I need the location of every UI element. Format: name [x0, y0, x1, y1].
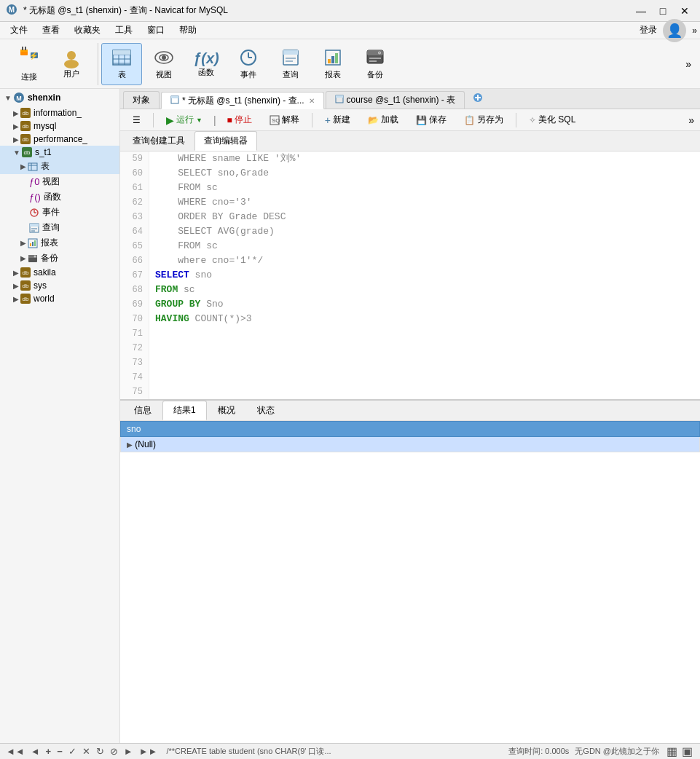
sidebar-db-performance[interactable]: ▶ db performance_	[0, 133, 119, 146]
view-button[interactable]: 视图	[143, 43, 184, 85]
sidebar-item-table[interactable]: ▶ 表	[0, 159, 119, 174]
menu-tools[interactable]: 工具	[108, 23, 140, 38]
run-dropdown-icon: ▼	[196, 117, 202, 124]
results-tab-info[interactable]: 信息	[123, 401, 162, 420]
table-row[interactable]: ▶ (Null)	[121, 437, 700, 452]
nav-next-button[interactable]: ►	[124, 746, 133, 757]
sidebar-db-mysql[interactable]: ▶ db mysql	[0, 119, 119, 133]
connect-icon: ⚡	[19, 45, 39, 70]
menu-favorites[interactable]: 收藏夹	[67, 23, 108, 38]
more-icon[interactable]: »	[692, 25, 697, 36]
code-line-62: 62 WHERE cno='3'	[120, 195, 700, 210]
close-button[interactable]: ✕	[675, 4, 694, 18]
menu-file[interactable]: 文件	[3, 23, 35, 38]
menu-icon-button[interactable]: ☰	[126, 112, 147, 128]
beautify-button[interactable]: ✧ 美化 SQL	[522, 111, 582, 129]
connect-button[interactable]: ⚡ 连接	[9, 43, 50, 85]
maximize-button[interactable]: □	[653, 4, 672, 18]
separator-dot: |	[213, 114, 216, 126]
nav-prev-button[interactable]: ◄	[31, 746, 40, 757]
function-button[interactable]: ƒ(x) 函数	[186, 43, 227, 85]
view-toggle: ▦ ▣	[665, 744, 694, 758]
code-content-62: WHERE cno='3'	[149, 195, 252, 210]
results-tab-result1-label: 结果1	[173, 405, 196, 415]
save-as-button[interactable]: 📋 另存为	[457, 111, 510, 129]
delete-record-button[interactable]: −	[57, 746, 63, 757]
add-record-button[interactable]: +	[46, 746, 52, 757]
sidebar-connection-shenxin[interactable]: ▼ M shenxin	[0, 89, 119, 106]
sidebar-db-sys[interactable]: ▶ db sys	[0, 279, 119, 292]
line-num-67: 67	[120, 268, 149, 283]
table-button[interactable]: 表	[101, 43, 142, 85]
sub-tab-builder-label: 查询创建工具	[133, 135, 185, 146]
grid-view-button[interactable]: ▦	[665, 744, 679, 758]
cancel-edit-button[interactable]: ✕	[82, 746, 90, 757]
results-tab-result1[interactable]: 结果1	[162, 401, 207, 420]
nav-first-button[interactable]: ◄◄	[6, 746, 25, 757]
menu-help[interactable]: 帮助	[172, 23, 204, 38]
new-tab-button[interactable]	[469, 89, 487, 109]
run-button[interactable]: ▶ 运行 ▼	[160, 111, 209, 129]
menu-view[interactable]: 查看	[35, 23, 67, 38]
connection-name: shenxin	[28, 93, 60, 103]
results-tab-overview[interactable]: 概况	[207, 401, 246, 420]
tab-query[interactable]: * 无标题 @s_t1 (shenxin) - 查... ✕	[161, 92, 324, 109]
code-content-65: FROM sc	[149, 239, 218, 253]
sidebar-item-view[interactable]: ƒ0 视图	[0, 174, 119, 189]
tab-objects[interactable]: 对象	[123, 91, 160, 109]
explain-button[interactable]: SQL 解释	[263, 111, 306, 129]
results-tab-status[interactable]: 状态	[246, 401, 286, 420]
svg-rect-57	[171, 96, 178, 98]
code-content-64: SELECT AVG(grade)	[149, 224, 275, 239]
sidebar-db-world[interactable]: ▶ db world	[0, 292, 119, 305]
confirm-edit-button[interactable]: ✓	[68, 746, 76, 757]
sidebar-db-sakila[interactable]: ▶ db sakila	[0, 266, 119, 279]
filter-button[interactable]: ⊘	[110, 746, 118, 757]
report-button[interactable]: 报表	[312, 43, 353, 85]
query-button[interactable]: 查询	[270, 43, 311, 85]
backup-button[interactable]: 备份	[355, 43, 396, 85]
sidebar-item-backup[interactable]: ▶ 备份	[0, 251, 119, 266]
svg-rect-4	[22, 47, 23, 50]
sidebar-db-s-t1[interactable]: ▼ db s_t1	[0, 146, 119, 159]
user-avatar[interactable]: 👤	[663, 19, 686, 42]
col-sno[interactable]: sno	[121, 422, 700, 437]
user-button[interactable]: 用户	[51, 43, 92, 85]
sub-tab-editor-label: 查询编辑器	[204, 135, 248, 146]
sidebar-item-event[interactable]: 事件	[0, 205, 119, 220]
code-content-61: FROM sc	[149, 181, 218, 195]
menu-window[interactable]: 窗口	[140, 23, 172, 38]
save-as-label: 另存为	[477, 114, 503, 126]
new-query-button[interactable]: + 新建	[318, 111, 357, 129]
table-label: 表	[118, 69, 126, 80]
sidebar-item-query[interactable]: 查询	[0, 220, 119, 235]
app-icon: M	[6, 4, 17, 17]
nav-last-button[interactable]: ►►	[139, 746, 158, 757]
sidebar-item-function[interactable]: ƒ() 函数	[0, 189, 119, 205]
sub-tab-editor[interactable]: 查询编辑器	[194, 131, 257, 151]
login-label[interactable]: 登录	[640, 24, 657, 36]
function-icon: ƒ(x)	[193, 50, 219, 67]
stop-label: 停止	[235, 114, 252, 126]
more-tools-icon[interactable]: »	[683, 55, 694, 73]
svg-point-8	[67, 51, 76, 60]
status-left: ◄◄ ◄ + − ✓ ✕ ↻ ⊘ ► ►►	[6, 746, 157, 757]
tab-table[interactable]: course @s_t1 (shenxin) - 表	[326, 91, 465, 109]
more-query-icon[interactable]: »	[688, 114, 694, 126]
minimize-button[interactable]: —	[632, 4, 650, 18]
sidebar-db-information[interactable]: ▶ db information_	[0, 106, 119, 119]
tab-query-close[interactable]: ✕	[309, 97, 315, 105]
form-view-button[interactable]: ▣	[680, 744, 694, 758]
cell-null: (Null)	[135, 439, 156, 449]
save-button[interactable]: 💾 保存	[409, 111, 453, 129]
refresh-button[interactable]: ↻	[96, 746, 104, 757]
event-button[interactable]: 事件	[228, 43, 269, 85]
editor-area[interactable]: 59 WHERE sname LIKE '刘%' 60 SELECT sno,G…	[120, 152, 700, 399]
event-icon	[238, 47, 259, 69]
sub-tab-builder[interactable]: 查询创建工具	[123, 131, 194, 151]
sidebar-item-report[interactable]: ▶ 报表	[0, 235, 119, 251]
tab-bar: 对象 * 无标题 @s_t1 (shenxin) - 查... ✕	[120, 89, 700, 109]
svg-rect-51	[32, 242, 34, 246]
stop-button[interactable]: ■ 停止	[221, 111, 259, 129]
load-button[interactable]: 📂 加载	[361, 111, 405, 129]
